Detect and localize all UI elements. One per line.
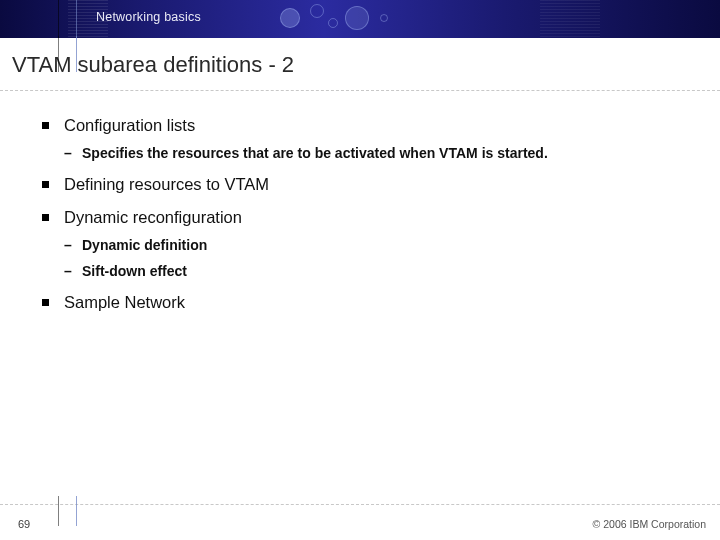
list-item: Configuration lists Specifies the resour… xyxy=(42,116,692,161)
list-item: Sift-down effect xyxy=(64,263,692,279)
sub-list: Dynamic definition Sift-down effect xyxy=(64,237,692,279)
list-item: Dynamic reconfiguration Dynamic definiti… xyxy=(42,208,692,279)
sub-list: Specifies the resources that are to be a… xyxy=(64,145,692,161)
header-banner: Networking basics xyxy=(0,0,720,38)
decor-vline xyxy=(76,496,77,526)
decor-circles xyxy=(270,0,470,38)
list-item-label: Sample Network xyxy=(64,293,185,311)
divider xyxy=(0,90,720,91)
list-item-label: Sift-down effect xyxy=(82,263,187,279)
copyright: © 2006 IBM Corporation xyxy=(593,518,706,530)
decor-vline xyxy=(58,0,59,38)
slide: Networking basics VTAM subarea definitio… xyxy=(0,0,720,540)
list-item-label: Dynamic reconfiguration xyxy=(64,208,242,226)
list-item: Sample Network xyxy=(42,293,692,312)
list-item-label: Defining resources to VTAM xyxy=(64,175,269,193)
divider xyxy=(0,504,720,505)
title-area: VTAM subarea definitions - 2 xyxy=(0,38,720,98)
decor-vline xyxy=(58,496,59,526)
list-item-label: Dynamic definition xyxy=(82,237,207,253)
bullet-list: Configuration lists Specifies the resour… xyxy=(42,116,692,312)
breadcrumb: Networking basics xyxy=(96,10,201,24)
decor-vline xyxy=(76,36,77,72)
list-item-label: Specifies the resources that are to be a… xyxy=(82,145,548,161)
list-item: Defining resources to VTAM xyxy=(42,175,692,194)
list-item: Dynamic definition xyxy=(64,237,692,253)
page-title: VTAM subarea definitions - 2 xyxy=(12,52,720,78)
decor-vline xyxy=(76,0,77,38)
page-number: 69 xyxy=(18,518,30,530)
footer: 69 © 2006 IBM Corporation xyxy=(0,504,720,540)
list-item-label: Configuration lists xyxy=(64,116,195,134)
list-item: Specifies the resources that are to be a… xyxy=(64,145,692,161)
decor-vline xyxy=(58,36,59,72)
content-body: Configuration lists Specifies the resour… xyxy=(0,98,720,312)
